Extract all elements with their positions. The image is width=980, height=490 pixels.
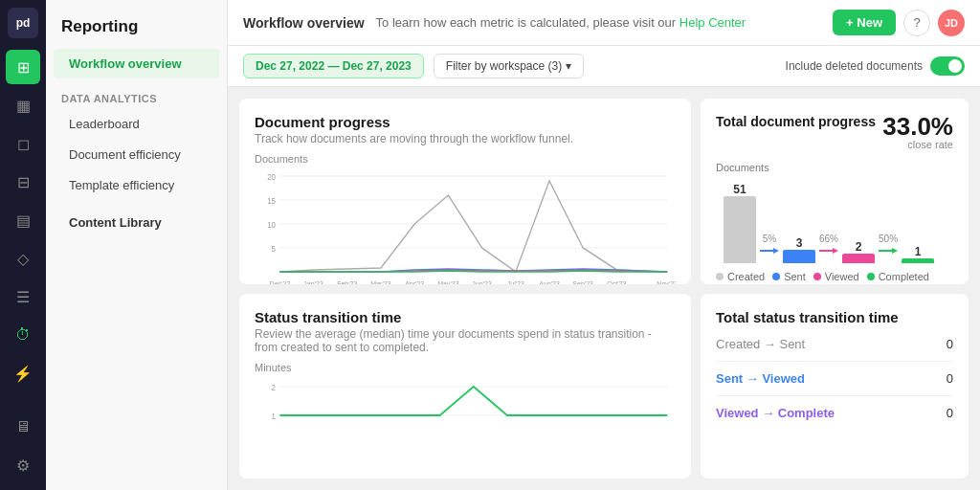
sidebar-item-leaderboard[interactable]: Leaderboard xyxy=(54,109,219,139)
svg-text:May'23: May'23 xyxy=(437,279,458,284)
svg-marker-22 xyxy=(773,248,779,254)
sidebar-title: Reporting xyxy=(46,0,227,48)
nav-icon-document[interactable]: ◻ xyxy=(6,126,40,161)
svg-text:10: 10 xyxy=(267,220,276,231)
avatar[interactable]: JD xyxy=(938,10,965,36)
svg-text:2: 2 xyxy=(272,382,277,392)
doc-progress-chart: 20 15 10 5 Dec'22 Jan'23 Feb'23 xyxy=(255,167,676,284)
sidebar: Reporting Workflow overview Data analyti… xyxy=(46,0,228,490)
include-deleted-control: Include deleted documents xyxy=(786,56,965,76)
funnel-group-viewed: 2 xyxy=(842,240,875,263)
sidebar-item-template-efficiency[interactable]: Template efficiency xyxy=(54,170,219,200)
funnel-pct-2: 66% xyxy=(819,234,838,244)
funnel-arrow-2: 66% xyxy=(819,234,838,263)
svg-text:15: 15 xyxy=(267,196,276,207)
total-legend-viewed: Viewed xyxy=(813,271,859,282)
status-transition-chart: 2 1 xyxy=(255,377,676,444)
arrow-svg-3 xyxy=(879,246,898,256)
total-progress-legend: Created Sent Viewed Completed xyxy=(716,271,953,282)
filter-bar: Dec 27, 2022 — Dec 27, 2023 Filter by wo… xyxy=(228,46,980,87)
total-progress-title: Total document progress xyxy=(716,114,876,129)
funnel-count-completed: 1 xyxy=(915,245,922,258)
doc-progress-subtitle: Track how documents are moving through t… xyxy=(255,132,676,145)
topbar-subtitle: To learn how each metric is calculated, … xyxy=(376,15,822,30)
include-deleted-toggle[interactable] xyxy=(930,56,965,76)
nav-icon-clock[interactable]: ⏱ xyxy=(6,318,40,352)
status-value-viewed-complete: 0 xyxy=(947,406,953,420)
status-transition-title: Status transition time xyxy=(255,309,676,325)
svg-text:5: 5 xyxy=(272,244,277,255)
arrow-svg-1 xyxy=(760,246,779,256)
funnel-group-completed: 1 xyxy=(902,245,934,263)
doc-progress-y-label: Documents xyxy=(255,153,676,165)
status-transition-card: Status transition time Review the averag… xyxy=(239,294,691,479)
total-legend-sent: Sent xyxy=(772,271,806,282)
status-row-viewed-complete: Viewed → Complete 0 xyxy=(716,396,953,430)
total-progress-header: Total document progress 33.0% close rate xyxy=(716,114,953,150)
nav-icon-chart[interactable]: ▦ xyxy=(6,88,40,122)
svg-text:Aug'23: Aug'23 xyxy=(539,279,560,284)
svg-text:20: 20 xyxy=(267,172,276,183)
app-logo[interactable]: pd xyxy=(8,8,38,38)
svg-text:Mar'23: Mar'23 xyxy=(370,279,390,284)
funnel-arrow-3: 50% xyxy=(879,234,898,263)
help-button[interactable]: ? xyxy=(903,10,930,36)
svg-text:Jan'23: Jan'23 xyxy=(303,279,323,284)
svg-text:Jul'23: Jul'23 xyxy=(507,279,524,284)
nav-icon-layout[interactable]: ▤ xyxy=(6,203,40,237)
doc-progress-svg: 20 15 10 5 Dec'22 Jan'23 Feb'23 xyxy=(255,167,676,284)
date-range-button[interactable]: Dec 27, 2022 — Dec 27, 2023 xyxy=(243,54,424,78)
document-progress-card: Document progress Track how documents ar… xyxy=(239,99,691,284)
topbar: Workflow overview To learn how each metr… xyxy=(228,0,980,46)
total-legend-completed: Completed xyxy=(867,271,929,282)
status-y-label: Minutes xyxy=(255,362,676,373)
nav-icon-diamond[interactable]: ◇ xyxy=(6,241,40,276)
chevron-down-icon: ▾ xyxy=(566,59,571,73)
status-label-sent-viewed: Sent → Viewed xyxy=(716,371,805,386)
status-label-created-sent: Created → Sent xyxy=(716,337,805,351)
svg-text:Jun'23: Jun'23 xyxy=(472,279,491,284)
sidebar-item-document-efficiency[interactable]: Document efficiency xyxy=(54,140,219,169)
sidebar-item-workflow-overview[interactable]: Workflow overview xyxy=(54,49,219,78)
filter-workspace-button[interactable]: Filter by workspace (3) ▾ xyxy=(434,54,584,78)
documents-label: Documents xyxy=(716,162,953,173)
funnel-bar-completed xyxy=(902,258,934,263)
total-document-progress-card: Total document progress 33.0% close rate… xyxy=(701,99,969,284)
arrow-svg-2 xyxy=(819,246,838,256)
sidebar-section-data-analytics: Data analytics xyxy=(46,79,227,108)
sidebar-item-content-library[interactable]: Content Library xyxy=(54,208,219,237)
svg-text:1: 1 xyxy=(272,411,277,421)
doc-progress-title: Document progress xyxy=(255,114,676,130)
funnel-count-created: 51 xyxy=(733,183,746,196)
nav-icon-table[interactable]: ⊟ xyxy=(6,165,40,199)
svg-marker-24 xyxy=(833,248,838,254)
funnel-arrow-1: 5% xyxy=(760,234,779,263)
funnel-group-created: 51 xyxy=(724,183,756,263)
nav-icon-list[interactable]: ☰ xyxy=(6,279,40,314)
nav-icon-gear[interactable]: ⚙ xyxy=(6,448,40,482)
main-content: Workflow overview To learn how each metr… xyxy=(228,0,980,490)
funnel-group-sent: 3 xyxy=(783,236,815,263)
svg-text:Apr'23: Apr'23 xyxy=(405,279,424,284)
funnel-chart: 51 5% 3 66% xyxy=(716,177,953,263)
status-transition-subtitle: Review the average (median) time your do… xyxy=(255,327,676,354)
help-center-link[interactable]: Help Center xyxy=(679,15,746,30)
svg-text:Oct'23: Oct'23 xyxy=(607,279,626,284)
status-row-sent-viewed: Sent → Viewed 0 xyxy=(716,362,953,396)
funnel-bar-created xyxy=(724,196,756,263)
status-row-created-sent: Created → Sent 0 xyxy=(716,327,953,362)
funnel-count-viewed: 2 xyxy=(856,240,862,254)
status-transition-svg: 2 1 xyxy=(255,377,676,444)
status-label-viewed-complete: Viewed → Complete xyxy=(716,406,835,420)
funnel-pct-1: 5% xyxy=(763,234,776,244)
nav-icon-monitor[interactable]: 🖥 xyxy=(6,410,40,444)
nav-icon-bolt[interactable]: ⚡ xyxy=(6,356,40,390)
total-status-title: Total status transition time xyxy=(716,309,953,325)
new-button[interactable]: + New xyxy=(833,10,896,35)
svg-text:Sep'23: Sep'23 xyxy=(572,279,593,284)
total-status-transition-card: Total status transition time Created → S… xyxy=(701,294,969,479)
svg-marker-26 xyxy=(892,248,898,254)
svg-text:Feb'23: Feb'23 xyxy=(337,279,357,284)
nav-icon-grid[interactable]: ⊞ xyxy=(6,50,40,84)
funnel-bar-viewed xyxy=(842,254,875,263)
